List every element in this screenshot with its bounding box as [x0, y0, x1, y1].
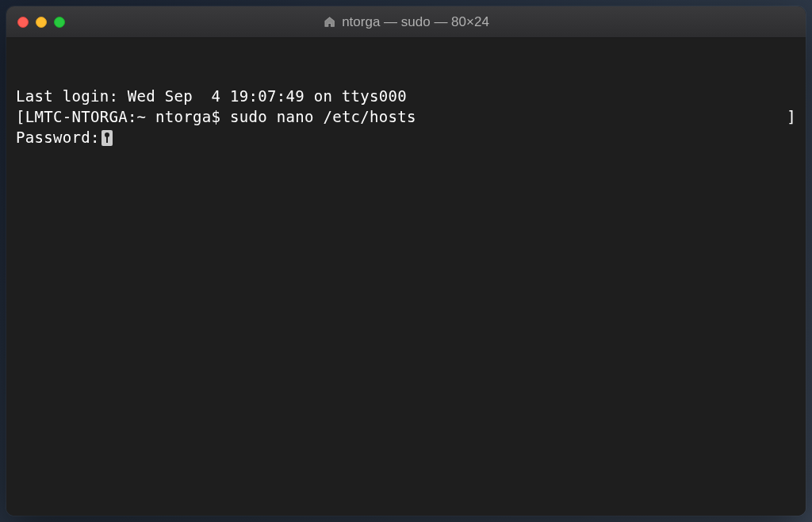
window-title-text: ntorga — sudo — 80×24 — [342, 14, 489, 30]
command-line: [LMTC-NTORGA:~ ntorga$ sudo nano /etc/ho… — [16, 107, 796, 128]
prompt-bracket-open: [ — [16, 108, 25, 125]
maximize-button[interactable] — [54, 17, 65, 28]
prompt-bracket-close: ] — [787, 107, 796, 128]
traffic-lights — [17, 17, 65, 28]
terminal-body[interactable]: Last login: Wed Sep 4 19:07:49 on ttys00… — [6, 38, 806, 516]
command-text: sudo nano /etc/hosts — [230, 108, 416, 125]
title-bar: ntorga — sudo — 80×24 — [6, 6, 806, 38]
password-line: Password: — [16, 128, 796, 148]
minimize-button[interactable] — [36, 17, 47, 28]
home-icon — [323, 16, 335, 29]
close-button[interactable] — [17, 17, 29, 28]
password-prompt: Password: — [16, 129, 100, 146]
prompt-text: LMTC-NTORGA:~ ntorga$ — [25, 108, 230, 125]
terminal-window: ntorga — sudo — 80×24 Last login: Wed Se… — [6, 6, 806, 516]
window-title: ntorga — sudo — 80×24 — [323, 14, 489, 30]
key-icon — [102, 130, 113, 146]
last-login-line: Last login: Wed Sep 4 19:07:49 on ttys00… — [16, 86, 796, 107]
